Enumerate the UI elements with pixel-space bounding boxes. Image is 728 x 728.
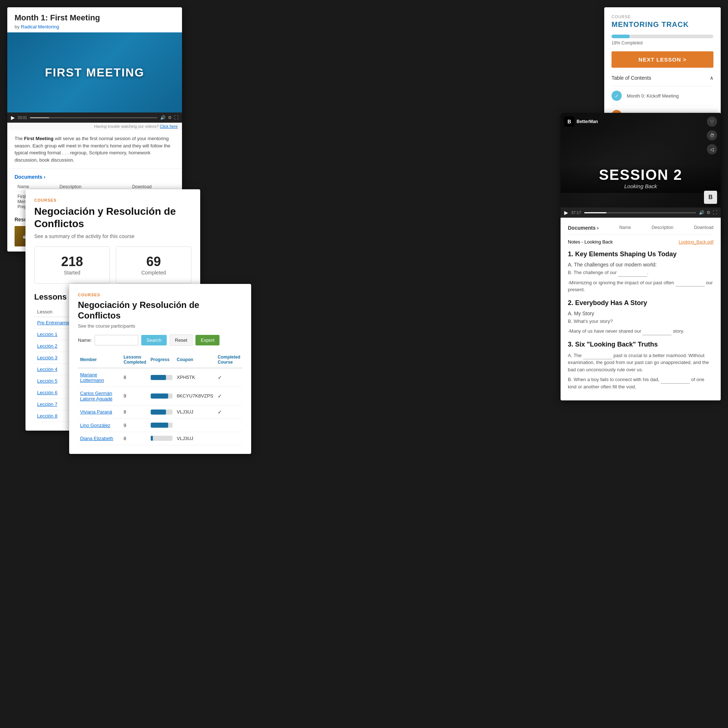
bm-video: B BetterMan ♡ ⏱ ◁ SESSION 2 Looking Back… [561, 113, 721, 208]
stat-started: 218 Started [34, 246, 110, 284]
participants-desc: See the course participants [78, 323, 242, 329]
video-trouble: Having trouble watching our videos? Clic… [7, 123, 182, 130]
table-row: Mariane Lottermann 8 XPH5TK ✓ [78, 368, 242, 387]
member-link-1[interactable]: Carlos Germán Latorre Aguadé [80, 391, 112, 401]
participants-courses-tag: COURSES [78, 293, 242, 297]
toc-title: Table of Contents [612, 75, 651, 81]
bm-underline-5 [661, 376, 690, 384]
video-header: Month 1: First Meeting by Radical Mentor… [7, 7, 182, 32]
lesson-link-8[interactable]: Lección 8 [37, 413, 58, 419]
col-progress: Progress [148, 352, 175, 368]
bm-ctrl-icons: 🔊 ⚙ ⛶ [699, 210, 717, 215]
course-summary-desc: See a summary of the activity for this c… [34, 233, 191, 239]
bm-docs-row: Notes - Looking Back Looking_Back.pdf [568, 239, 713, 245]
bm-video-overlay [561, 113, 721, 208]
bm-play-button[interactable]: ▶ [564, 210, 568, 216]
panel-betterman: B BetterMan ♡ ⏱ ◁ SESSION 2 Looking Back… [561, 113, 721, 401]
bm-doc-name: Notes - Looking Back [568, 239, 613, 245]
completed-check-0: ✓ [218, 375, 222, 380]
bm-heart-icon[interactable]: ♡ [707, 116, 717, 127]
bm-session-sub: Looking Back [561, 183, 721, 189]
toc-chevron-icon[interactable]: ∧ [710, 75, 713, 81]
search-input[interactable] [95, 335, 138, 346]
track-title: MENTORING TRACK [612, 20, 713, 29]
bm-fullscreen-icon[interactable]: ⛶ [713, 210, 717, 215]
bm-progress-bar[interactable] [584, 212, 696, 213]
bm-section1-a: A. The challenges of our modern world: [568, 262, 713, 268]
stats-row: 218 Started 69 Completed [34, 246, 191, 284]
search-button[interactable]: Search [141, 335, 166, 346]
lesson-link-7[interactable]: Lección 7 [37, 401, 58, 407]
bm-docs-col-desc: Description [652, 225, 673, 231]
lesson-link-2[interactable]: Lección 2 [37, 343, 58, 349]
bm-docs-header: Documents › Name Description Download [568, 225, 713, 235]
video-title-text: FIRST MEETING [45, 66, 144, 80]
next-lesson-button[interactable]: NEXT LESSON > [612, 51, 713, 68]
bm-notes-section: 1. Key Elements Shaping Us Today A. The … [568, 251, 713, 390]
bm-section2-a: A. My Story [568, 310, 713, 316]
video-progress-bar[interactable] [30, 117, 157, 118]
bm-brand-label: BetterMan [577, 119, 598, 124]
lesson-link-1[interactable]: Lección 1 [37, 332, 58, 337]
bm-section1-title: 1. Key Elements Shaping Us Today [568, 251, 713, 258]
bm-clock-icon[interactable]: ⏱ [707, 130, 717, 141]
bm-underline-3 [642, 327, 671, 335]
bm-time: 37:17 [571, 210, 581, 215]
member-link-2[interactable]: Viviana Paraná [80, 409, 112, 414]
documents-label: Documents [15, 174, 42, 180]
bm-settings-icon[interactable]: ⚙ [707, 210, 711, 215]
documents-chevron[interactable]: › [44, 174, 46, 180]
table-row: Carlos Germán Latorre Aguadé 9 6KCYU7K8V… [78, 387, 242, 405]
member-link-4[interactable]: Diana Elizabeth [80, 436, 113, 441]
bm-share-icon[interactable]: ◁ [707, 144, 717, 154]
play-button[interactable]: ▶ [11, 115, 15, 121]
stat-completed: 69 Completed [116, 246, 191, 284]
bold-text: First Meeting [24, 136, 54, 141]
trouble-link[interactable]: Click here [160, 124, 177, 128]
settings-icon[interactable]: ⚙ [168, 115, 172, 120]
member-link-3[interactable]: Lino González [80, 423, 110, 428]
search-label: Name: [78, 337, 92, 343]
bm-underline-2 [676, 279, 705, 287]
bm-controls: ▶ 37:17 🔊 ⚙ ⛶ [561, 208, 721, 218]
col-coupon: Coupon [175, 352, 216, 368]
progress-bar [612, 35, 713, 38]
toc-item-0[interactable]: ✓ Month 0: Kickoff Meeting [612, 86, 713, 105]
stat-completed-label: Completed [141, 270, 166, 275]
documents-title: Documents › [15, 174, 175, 180]
lesson-link-3[interactable]: Lección 3 [37, 355, 58, 360]
lesson-link-5[interactable]: Lección 5 [37, 378, 58, 384]
search-row: Name: Search Reset Export [78, 335, 242, 346]
export-button[interactable]: Export [196, 335, 219, 346]
stat-started-label: Started [64, 270, 80, 275]
bm-session-title: SESSION 2 [561, 167, 721, 183]
member-link-0[interactable]: Mariane Lottermann [80, 372, 104, 383]
participants-title: Negociación y Resolución de Conflictos [78, 300, 242, 321]
lesson-link-4[interactable]: Lección 4 [37, 367, 58, 372]
panel-participants: COURSES Negociación y Resolución de Conf… [69, 284, 251, 454]
completed-check-2: ✓ [218, 409, 222, 415]
bm-section2-b: B. What's your story? [568, 318, 713, 325]
table-row: Diana Elizabeth 8 VLJ3UJ [78, 432, 242, 445]
bm-section3-a: A. The past is crucial to a better manho… [568, 352, 713, 373]
volume-icon[interactable]: 🔊 [160, 115, 166, 120]
progress-text: 18% Completed [612, 40, 713, 46]
bm-section2: 2. Everybody Has A Story A. My Story B. … [568, 299, 713, 335]
video-progress-fill [30, 117, 49, 118]
author-link[interactable]: Radical Mentoring [21, 24, 59, 29]
video-title: Month 1: First Meeting [15, 13, 175, 23]
reset-button[interactable]: Reset [170, 335, 193, 346]
col-member: Member [78, 352, 122, 368]
table-row: Viviana Paraná 8 VLJ3UJ ✓ [78, 405, 242, 419]
bm-docs-title: Documents › [568, 225, 599, 231]
bm-section3: 3. Six "Looking Back" Truths A. The past… [568, 341, 713, 391]
video-time: 03:01 [18, 116, 27, 120]
bm-title-overlay: SESSION 2 Looking Back [561, 167, 721, 189]
fullscreen-icon[interactable]: ⛶ [174, 115, 178, 120]
bm-docs-col-name: Name [619, 225, 631, 231]
bm-doc-download-link[interactable]: Looking_Back.pdf [679, 240, 713, 245]
bm-volume-icon[interactable]: 🔊 [699, 210, 704, 215]
lesson-link-6[interactable]: Lección 6 [37, 390, 58, 395]
courses-tag: COURSES [34, 198, 191, 202]
course-label: COURSE [612, 15, 713, 19]
